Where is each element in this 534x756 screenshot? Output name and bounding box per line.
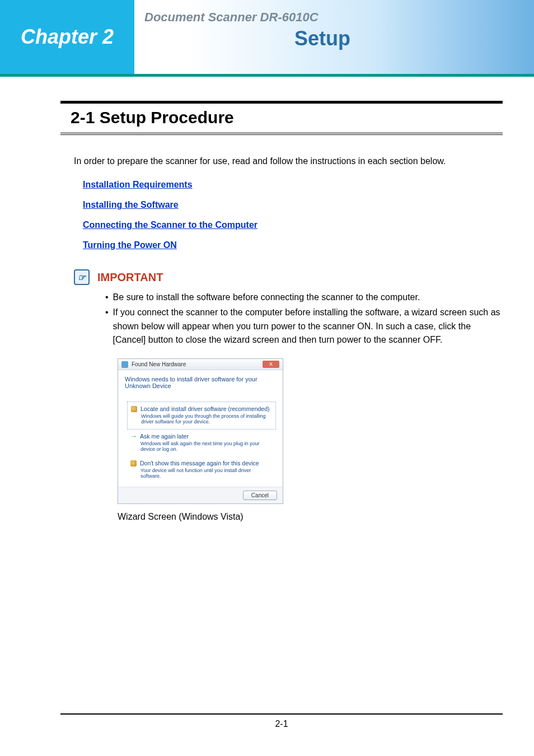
important-label: IMPORTANT — [97, 271, 163, 284]
wizard-option-title-text: Ask me again later — [140, 433, 189, 440]
arrow-icon: → — [130, 433, 137, 440]
link-turning-power-on[interactable]: Turning the Power ON — [83, 240, 503, 250]
important-bullets: • Be sure to install the software before… — [105, 291, 503, 347]
chapter-title: Setup — [144, 27, 500, 50]
wizard-titlebar: Found New Hardware X — [118, 359, 283, 370]
wizard-option-desc: Your device will not function until you … — [140, 468, 273, 479]
wizard-app-icon — [121, 361, 128, 368]
link-installation-requirements[interactable]: Installation Requirements — [83, 180, 503, 190]
bullet-text: Be sure to install the software before c… — [113, 291, 420, 305]
important-block: ☞ IMPORTANT • Be sure to install the sof… — [74, 269, 503, 522]
link-connecting-scanner[interactable]: Connecting the Scanner to the Computer — [83, 220, 503, 230]
bullet-item: • If you connect the scanner to the comp… — [105, 306, 503, 347]
chapter-label: Chapter 2 — [21, 25, 114, 49]
wizard-option-locate[interactable]: Locate and install driver software (reco… — [127, 402, 276, 430]
page-number: 2-1 — [275, 719, 288, 729]
wizard-option-title-text: Locate and install driver software (reco… — [140, 405, 270, 412]
section-heading-inner: 2-1 Setup Procedure — [60, 107, 503, 135]
wizard-option-title: Don't show this message again for this d… — [130, 460, 273, 466]
wizard-option-title-text: Don't show this message again for this d… — [140, 460, 259, 466]
wizard-footer: Cancel — [118, 487, 283, 503]
link-list: Installation Requirements Installing the… — [83, 180, 503, 250]
link-installing-software[interactable]: Installing the Software — [83, 200, 503, 210]
bullet-text: If you connect the scanner to the comput… — [113, 306, 503, 347]
wizard-title-text: Found New Hardware — [132, 361, 186, 367]
section-heading-wrap: 2-1 Setup Procedure — [60, 101, 503, 135]
page-content: 2-1 Setup Procedure In order to prepare … — [60, 101, 503, 522]
wizard-option-title: Locate and install driver software (reco… — [131, 405, 272, 412]
wizard-option-desc: Windows will ask again the next time you… — [140, 441, 273, 452]
document-title: Document Scanner DR-6010C — [144, 10, 318, 25]
wizard-close-button[interactable]: X — [263, 361, 279, 368]
header-rule — [0, 74, 534, 77]
important-head: ☞ IMPORTANT — [74, 269, 503, 285]
important-icon: ☞ — [74, 269, 90, 285]
wizard-message: Windows needs to install driver software… — [125, 376, 276, 389]
bullet-dot: • — [105, 306, 109, 347]
bullet-dot: • — [105, 291, 109, 305]
shield-icon — [131, 406, 137, 412]
wizard-dialog: Found New Hardware X Windows needs to in… — [118, 358, 283, 504]
wizard-body: Windows needs to install driver software… — [118, 370, 283, 487]
wizard-option-dont-show[interactable]: Don't show this message again for this d… — [127, 456, 276, 483]
wizard-option-desc: Windows will guide you through the proce… — [141, 413, 272, 424]
intro-text: In order to prepare the scanner for use,… — [74, 156, 503, 166]
bullet-item: • Be sure to install the software before… — [105, 291, 503, 305]
section-heading: 2-1 Setup Procedure — [71, 108, 503, 127]
wizard-cancel-button[interactable]: Cancel — [243, 491, 277, 500]
wizard-option-title: → Ask me again later — [130, 433, 273, 440]
wizard-option-ask-later[interactable]: → Ask me again later Windows will ask ag… — [127, 430, 276, 456]
chapter-badge: Chapter 2 — [0, 0, 134, 74]
wizard-caption: Wizard Screen (Windows Vista) — [118, 512, 503, 522]
shield-icon — [130, 460, 137, 466]
page-footer: 2-1 — [60, 713, 503, 729]
